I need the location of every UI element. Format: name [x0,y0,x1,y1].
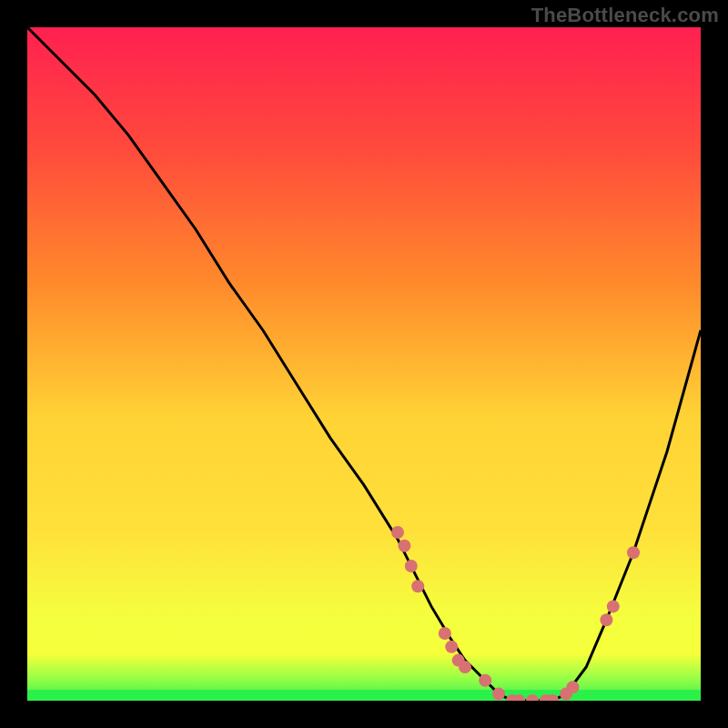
data-point [566,681,579,693]
bottom-green-band [27,690,701,701]
data-point [479,674,491,687]
data-point [459,661,471,673]
data-point [627,546,640,559]
data-point [600,613,612,626]
bottleneck-chart [27,27,701,701]
data-point [398,540,410,552]
data-point [405,560,418,572]
data-point [607,600,620,612]
chart-frame: TheBottleneck.com [0,0,728,728]
gradient-bg [27,27,701,701]
data-point [492,688,505,701]
data-point [411,580,424,592]
data-point [445,641,458,653]
data-point [391,526,404,539]
watermark-text: TheBottleneck.com [531,4,719,27]
data-point [439,627,451,640]
plot-area [27,27,701,701]
